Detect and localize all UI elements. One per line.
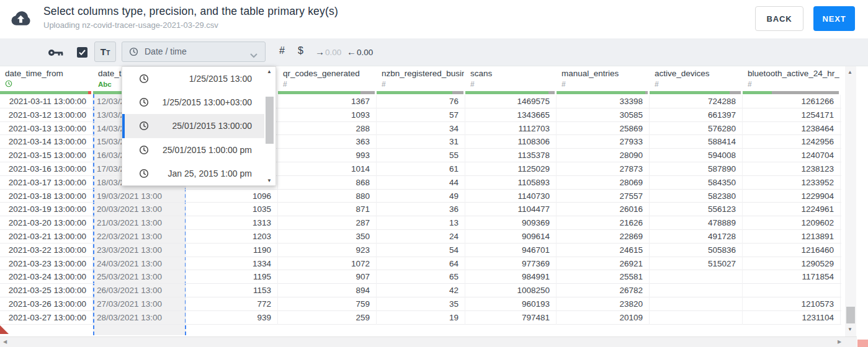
- column-name: scans: [470, 69, 555, 78]
- column-header-active_devices[interactable]: active_devices#: [650, 66, 743, 95]
- table-cell: 1367: [278, 95, 377, 108]
- table-cell: 76: [377, 95, 465, 108]
- table-row: 2021-03-23 13:00:0024/03/2021 13:0013341…: [0, 257, 841, 271]
- table-cell: [650, 284, 743, 297]
- dropdown-option[interactable]: 1/25/2015 13:00: [122, 67, 264, 90]
- table-cell: 759: [278, 297, 377, 311]
- table-cell: 25/03/2021 13:00: [93, 270, 186, 284]
- table-cell: 21/03/2021 13:00: [93, 216, 186, 230]
- table-cell: 1072: [278, 257, 377, 271]
- left-arrow-icon: ←: [347, 46, 356, 58]
- table-cell: 1190: [186, 244, 278, 257]
- scroll-right-icon[interactable]: ▶: [838, 339, 841, 345]
- column-header-qr_codes_generated[interactable]: qr_codes_generated#: [278, 66, 377, 95]
- table-cell: 55: [377, 149, 465, 162]
- column-header-nzbn_registered_busine[interactable]: nzbn_registered_busine#: [377, 66, 465, 95]
- column-type-toolbar: TT Date / time # $ →0.00 ←0.00: [0, 38, 868, 66]
- table-cell: 24/03/2021 13:00: [93, 257, 186, 271]
- scroll-down-icon[interactable]: ▼: [848, 327, 852, 332]
- dropdown-option[interactable]: Jan 25, 2015 1:00 pm: [122, 162, 264, 185]
- table-cell: 960193: [465, 297, 557, 311]
- column-quality-bar: [557, 91, 648, 94]
- table-cell: 505836: [650, 244, 743, 257]
- table-cell: 2021-03-24 13:00:00: [0, 270, 93, 284]
- horizontal-scrollbar[interactable]: ◀ ▶: [0, 336, 857, 347]
- clock-icon: [139, 169, 149, 178]
- scroll-left-icon[interactable]: ◀: [3, 339, 7, 345]
- dropdown-option[interactable]: 25/01/2015 1:00:00 pm: [122, 138, 264, 162]
- back-button[interactable]: BACK: [755, 6, 803, 31]
- column-quality-bar: [465, 91, 555, 94]
- dropdown-option[interactable]: 1/25/2015 13:00+03:00: [122, 90, 264, 114]
- table-cell: 26016: [557, 203, 650, 216]
- column-header-date_time_from[interactable]: date_time_from: [0, 66, 93, 95]
- quality-bar-segment-red: [88, 91, 91, 94]
- quality-bar-segment-gray: [360, 91, 375, 94]
- option-label: 25/01/2015 13:00:00: [149, 121, 264, 131]
- number-type-button[interactable]: #: [279, 45, 285, 56]
- scroll-up-icon[interactable]: ▲: [848, 69, 852, 75]
- primary-key-icon[interactable]: [48, 48, 64, 60]
- table-cell: 2021-03-20 13:00:00: [0, 216, 93, 230]
- scrollbar-thumb[interactable]: [266, 97, 274, 144]
- scrollbar-thumb[interactable]: [846, 307, 855, 323]
- table-cell: 515027: [650, 257, 743, 271]
- column-name: nzbn_registered_busine: [382, 69, 464, 78]
- table-cell: 26/03/2021 13:00: [93, 284, 186, 297]
- table-row: 2021-03-19 13:00:0020/03/2021 13:0010358…: [0, 203, 841, 216]
- table-cell: [650, 297, 743, 311]
- table-cell: 24615: [557, 244, 650, 257]
- currency-type-button[interactable]: $: [298, 45, 303, 56]
- vertical-scrollbar[interactable]: ▲ ▼: [845, 66, 856, 336]
- table-cell: 1313: [186, 216, 278, 230]
- boolean-type-checkbox-icon[interactable]: [77, 47, 87, 58]
- table-cell: 1242956: [743, 135, 841, 149]
- table-cell: 1469575: [465, 95, 557, 108]
- table-cell: 556123: [650, 203, 743, 216]
- column-quality-bar: [743, 91, 839, 94]
- column-header-manual_entries[interactable]: manual_entries#: [557, 66, 650, 95]
- next-button[interactable]: NEXT: [813, 6, 855, 31]
- table-cell: 1209602: [743, 216, 841, 230]
- table-cell: 21626: [557, 216, 650, 230]
- table-cell: 30585: [557, 108, 650, 122]
- dropdown-option[interactable]: 25/01/2015 13:00:00: [122, 114, 264, 138]
- scroll-down-icon[interactable]: ▼: [267, 178, 272, 183]
- table-cell: 1035: [186, 203, 278, 216]
- string-type-button[interactable]: TT: [94, 42, 116, 62]
- table-cell: 20109: [557, 311, 650, 325]
- column-type-icon: #: [562, 80, 566, 89]
- table-cell: 28090: [557, 149, 650, 162]
- column-header-scans[interactable]: scans#: [465, 66, 557, 95]
- table-cell: 923: [278, 244, 377, 257]
- table-cell: 54: [377, 244, 465, 257]
- column-name: bluetooth_active_24_hr_: [748, 69, 839, 78]
- table-cell: 25581: [557, 270, 650, 284]
- table-cell: 1238123: [743, 162, 841, 176]
- table-cell: 724288: [650, 95, 743, 108]
- increase-precision-button[interactable]: →0.00: [315, 46, 341, 58]
- table-cell: 880: [278, 190, 377, 203]
- table-cell: 478889: [650, 216, 743, 230]
- table-cell: 1238464: [743, 122, 841, 136]
- table-cell: 1014: [278, 162, 377, 176]
- column-header-bluetooth_active_24_hr_[interactable]: bluetooth_active_24_hr_#: [743, 66, 841, 95]
- column-quality-bar: [377, 91, 463, 94]
- quality-bar-segment-green: [465, 91, 548, 94]
- table-cell: 350: [278, 230, 377, 244]
- table-cell: 588414: [650, 135, 743, 149]
- scroll-up-icon[interactable]: ▲: [267, 69, 272, 74]
- clock-icon: [139, 74, 149, 84]
- table-cell: 1140730: [465, 190, 557, 203]
- table-cell: 363: [278, 135, 377, 149]
- table-cell: 587890: [650, 162, 743, 176]
- dropdown-scrollbar[interactable]: ▲ ▼: [265, 68, 274, 184]
- table-cell: 1224961: [743, 203, 841, 216]
- decrease-precision-button[interactable]: ←0.00: [347, 46, 373, 58]
- table-cell: 2021-03-14 13:00:00: [0, 135, 93, 149]
- datetime-format-select[interactable]: Date / time: [122, 42, 266, 62]
- table-cell: 2021-03-12 13:00:00: [0, 108, 93, 122]
- table-cell: 2021-03-11 13:00:00: [0, 95, 93, 108]
- column-type-icon: #: [283, 80, 287, 89]
- table-cell: 27557: [557, 190, 650, 203]
